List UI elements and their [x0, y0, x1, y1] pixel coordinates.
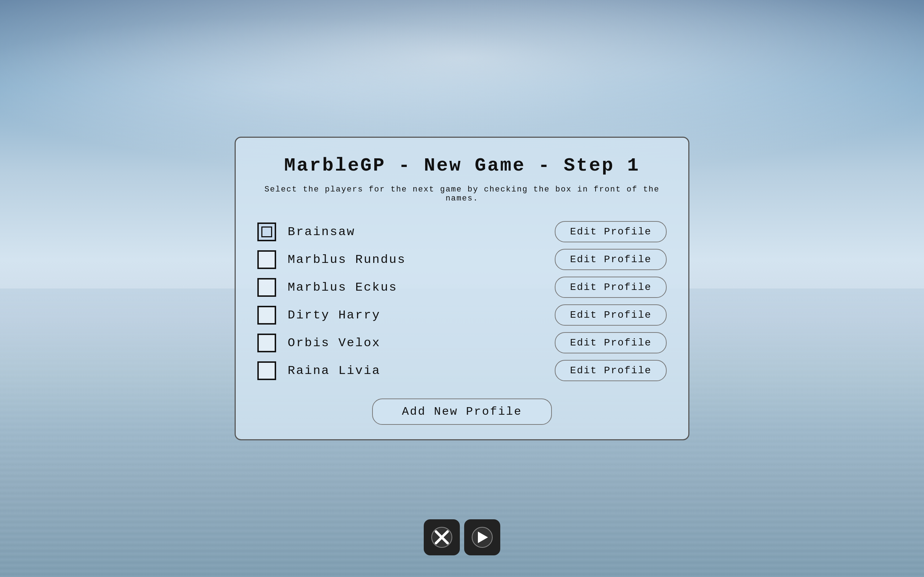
player-name-dirty-harry: Dirty Harry — [288, 308, 380, 322]
player-row: Marblus EckusEdit Profile — [257, 277, 667, 298]
bottom-buttons — [424, 519, 500, 555]
player-checkbox-raina-livia[interactable] — [257, 361, 276, 380]
player-checkbox-orbis-velox[interactable] — [257, 334, 276, 352]
cancel-icon — [431, 527, 452, 548]
edit-profile-button-marblus-rundus[interactable]: Edit Profile — [555, 249, 667, 270]
edit-profile-button-dirty-harry[interactable]: Edit Profile — [555, 305, 667, 326]
player-checkbox-brainsaw[interactable] — [257, 222, 276, 241]
cancel-button[interactable] — [424, 519, 460, 555]
add-new-profile-button[interactable]: Add New Profile — [372, 398, 551, 425]
main-panel: MarbleGP - New Game - Step 1 Select the … — [234, 137, 690, 440]
player-row: Marblus RundusEdit Profile — [257, 249, 667, 270]
next-icon — [472, 527, 493, 548]
player-name-orbis-velox: Orbis Velox — [288, 336, 380, 350]
edit-profile-button-orbis-velox[interactable]: Edit Profile — [555, 332, 667, 353]
player-row: Orbis VeloxEdit Profile — [257, 332, 667, 353]
edit-profile-button-raina-livia[interactable]: Edit Profile — [555, 360, 667, 381]
player-checkbox-dirty-harry[interactable] — [257, 306, 276, 324]
player-checkbox-marblus-eckus[interactable] — [257, 278, 276, 297]
players-list: BrainsawEdit ProfileMarblus RundusEdit P… — [257, 221, 667, 381]
player-checkbox-marblus-rundus[interactable] — [257, 250, 276, 269]
player-name-brainsaw: Brainsaw — [288, 225, 355, 239]
player-name-marblus-rundus: Marblus Rundus — [288, 253, 406, 266]
edit-profile-button-brainsaw[interactable]: Edit Profile — [555, 221, 667, 242]
player-row: BrainsawEdit Profile — [257, 221, 667, 242]
player-row: Raina LiviaEdit Profile — [257, 360, 667, 381]
next-button[interactable] — [464, 519, 500, 555]
page-title: MarbleGP - New Game - Step 1 — [284, 155, 640, 176]
page-subtitle: Select the players for the next game by … — [257, 185, 667, 203]
player-name-raina-livia: Raina Livia — [288, 364, 380, 377]
player-row: Dirty HarryEdit Profile — [257, 305, 667, 326]
player-name-marblus-eckus: Marblus Eckus — [288, 280, 397, 294]
checkbox-inner — [261, 226, 272, 237]
edit-profile-button-marblus-eckus[interactable]: Edit Profile — [555, 277, 667, 298]
